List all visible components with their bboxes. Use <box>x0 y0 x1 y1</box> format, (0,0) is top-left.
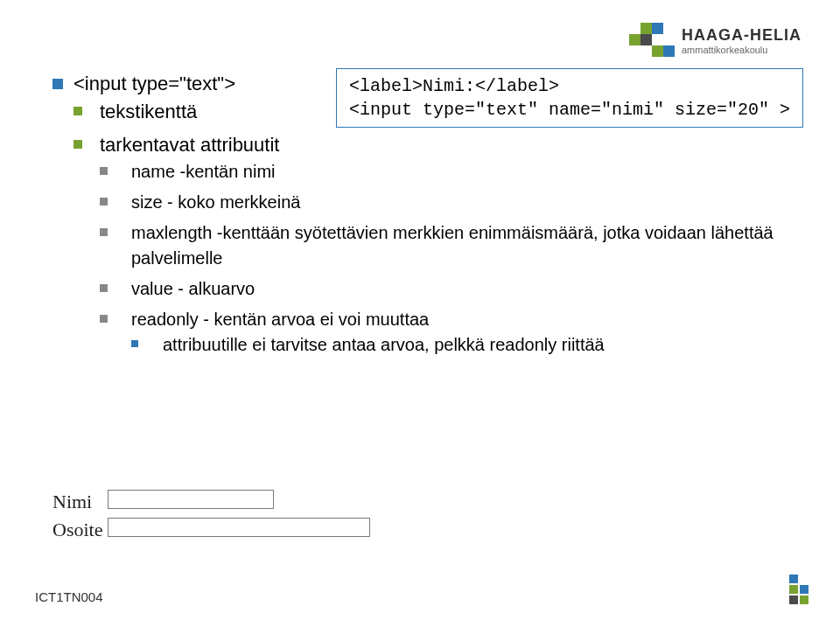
form-label-nimi: Nimi <box>52 488 108 516</box>
form-label-osoite: Osoite <box>52 516 108 544</box>
bullet-l2-text: tarkentavat attribuutit <box>100 134 279 156</box>
bullet-l2: tekstikenttä <box>74 98 788 126</box>
square-bullet-icon <box>52 79 63 89</box>
logo-title: HAAGA-HELIA <box>682 26 802 45</box>
bullet-l3-text: name -kentän nimi <box>131 162 276 181</box>
footer-course-code: ICT1TN004 <box>35 589 103 604</box>
bullet-l3: value - alkuarvo <box>100 276 788 302</box>
bullet-l3: name -kentän nimi <box>100 159 788 185</box>
square-bullet-icon <box>131 340 138 347</box>
square-bullet-icon <box>74 107 82 115</box>
square-bullet-icon <box>100 228 108 236</box>
bullet-l3-text: size - koko merkkeinä <box>131 192 300 212</box>
form-input-nimi <box>108 490 274 509</box>
bullet-l2-text: tekstikenttä <box>100 101 197 122</box>
bullet-l3: readonly - kentän arvoa ei voi muuttaa a… <box>100 307 788 358</box>
square-bullet-icon <box>100 198 108 206</box>
logo-subtitle: ammattikorkeakoulu <box>682 45 802 55</box>
logo: HAAGA-HELIA ammattikorkeakoulu <box>629 23 802 61</box>
bullet-l3: size - koko merkkeinä <box>100 190 788 215</box>
square-bullet-icon <box>74 140 82 149</box>
bullet-l3-text: readonly - kentän arvoa ei voi muuttaa <box>131 310 429 329</box>
form-figure: Nimi Osoite <box>52 488 375 544</box>
bullet-l4: attribuutille ei tarvitse antaa arvoa, p… <box>131 332 788 358</box>
bullet-l3-text: value - alkuarvo <box>131 279 255 298</box>
square-bullet-icon <box>100 315 108 323</box>
slide-root: HAAGA-HELIA ammattikorkeakoulu <label>Ni… <box>0 0 840 627</box>
form-input-osoite <box>108 518 370 537</box>
bullet-l3-text: maxlength -kenttään syötettävien merkkie… <box>131 223 774 268</box>
bullet-l3: maxlength -kenttään syötettävien merkkie… <box>100 220 788 271</box>
bullet-l4-text: attribuutille ei tarvitse antaa arvoa, p… <box>163 335 605 354</box>
logo-mark <box>629 23 675 61</box>
bullet-l2: tarkentavat attribuutit name -kentän nim… <box>74 131 788 358</box>
content-area: <input type="text"> tekstikenttä tarkent… <box>52 70 788 363</box>
square-bullet-icon <box>100 167 108 175</box>
bullet-l1-text: <input type="text"> <box>74 73 235 94</box>
logo-text: HAAGA-HELIA ammattikorkeakoulu <box>682 23 802 55</box>
square-bullet-icon <box>100 284 108 292</box>
bullet-l1: <input type="text"> tekstikenttä tarkent… <box>52 70 788 358</box>
corner-decoration <box>789 575 808 604</box>
